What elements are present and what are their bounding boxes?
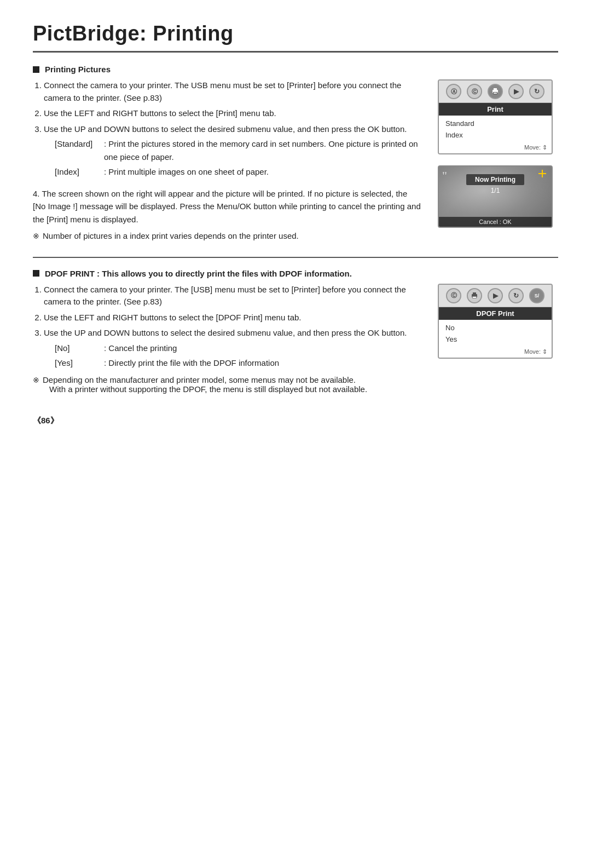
icon-auto: Ⓐ bbox=[446, 84, 461, 99]
icon-c: Ⓒ bbox=[467, 84, 482, 99]
note-text: Number of pictures in a index print vari… bbox=[43, 231, 299, 240]
section1-steps-list: Connect the camera to your printer. The … bbox=[33, 79, 421, 179]
section1-header: Printing Pictures bbox=[33, 65, 558, 74]
yes-label: [Yes] bbox=[55, 357, 104, 370]
standard-label: [Standard] bbox=[55, 137, 104, 164]
section-printing-pictures: Printing Pictures Connect the camera to … bbox=[33, 65, 558, 240]
section1-images-col: Ⓐ Ⓒ ▶ ↻ bbox=[438, 79, 558, 228]
now-printing-label: Now Printing bbox=[466, 174, 524, 185]
camera-icons-row: Ⓐ Ⓒ ▶ ↻ bbox=[439, 81, 552, 103]
section-divider bbox=[33, 257, 558, 258]
section-bullet bbox=[33, 66, 39, 73]
dpof-icon-s: S/ bbox=[529, 288, 544, 303]
page-number: 《86》 bbox=[33, 416, 558, 426]
svg-rect-7 bbox=[473, 297, 476, 298]
step1: Connect the camera to your printer. The … bbox=[44, 79, 421, 104]
fraction-text: 1/1 bbox=[491, 187, 500, 194]
dpof-step3: Use the UP and DOWN buttons to select th… bbox=[44, 327, 421, 370]
section2-note1: ※ Depending on the manufacturer and prin… bbox=[33, 375, 421, 394]
dpof-step2: Use the LEFT and RIGHT buttons to select… bbox=[44, 312, 421, 324]
dpof-menu-ui: Ⓒ ▶ ↻ S/ bbox=[438, 284, 553, 359]
print-menu-index: Index bbox=[445, 129, 545, 141]
section1-text-col: Connect the camera to your printer. The … bbox=[33, 79, 421, 240]
svg-rect-3 bbox=[494, 93, 497, 94]
standard-desc: : Print the pictures stored in the memor… bbox=[104, 137, 421, 164]
dpof-menu-title: DPOF Print bbox=[439, 307, 552, 320]
print-menu-title: Print bbox=[439, 103, 552, 116]
section1-note: ※ Number of pictures in a index print va… bbox=[33, 231, 421, 240]
now-printing-ui: " Now Printing 1/1 Cancel : OK bbox=[438, 165, 553, 228]
icon-play: ▶ bbox=[508, 84, 524, 99]
print-menu-standard: Standard bbox=[445, 118, 545, 129]
section2-text-col: Connect the camera to your printer. The … bbox=[33, 284, 421, 394]
section1-content-row: Connect the camera to your printer. The … bbox=[33, 79, 558, 240]
section2-steps-list: Connect the camera to your printer. The … bbox=[33, 284, 421, 370]
page-title: PictBridge: Printing bbox=[33, 22, 558, 53]
section-dpof-print: DPOF PRINT : This allows you to directly… bbox=[33, 269, 558, 394]
dpof-step3-indent: [No] : Cancel the printing [Yes] : Direc… bbox=[55, 342, 421, 370]
dpof-icon-print bbox=[467, 288, 482, 303]
dpof-menu-no: No bbox=[445, 322, 545, 334]
dpof-menu-list: No Yes bbox=[439, 320, 552, 347]
section2-content-row: Connect the camera to your printer. The … bbox=[33, 284, 558, 394]
note-symbol: ※ bbox=[33, 232, 39, 240]
icon-rotate: ↻ bbox=[529, 84, 544, 99]
step3: Use the UP and DOWN buttons to select th… bbox=[44, 123, 421, 179]
dpof-icon-rotate: ↻ bbox=[508, 288, 524, 303]
print-menu-ui: Ⓐ Ⓒ ▶ ↻ bbox=[438, 79, 553, 154]
step4-text: 4. The screen shown on the right will ap… bbox=[33, 187, 421, 226]
dpof-icon-c: Ⓒ bbox=[446, 288, 461, 303]
icon-print bbox=[488, 84, 503, 99]
print-move-label: Move: ⇕ bbox=[439, 143, 552, 153]
no-label: [No] bbox=[55, 342, 104, 355]
dpof-step1: Connect the camera to your printer. The … bbox=[44, 284, 421, 308]
svg-rect-1 bbox=[494, 88, 497, 90]
section2-bullet bbox=[33, 270, 39, 277]
section2-note-text1: Depending on the manufacturer and printe… bbox=[43, 375, 367, 384]
step2: Use the LEFT and RIGHT buttons to select… bbox=[44, 107, 421, 120]
dpof-move-label: Move: ⇕ bbox=[439, 347, 552, 358]
print-menu-list: Standard Index bbox=[439, 116, 552, 143]
photo-area: " Now Printing 1/1 Cancel : OK bbox=[439, 166, 552, 227]
svg-rect-5 bbox=[473, 292, 476, 295]
section2-note-text2: With a printer without supporting the DP… bbox=[49, 384, 367, 394]
quote-mark: " bbox=[442, 169, 447, 183]
dpof-icon-play: ▶ bbox=[488, 288, 503, 303]
cancel-ok-label: Cancel : OK bbox=[439, 217, 552, 227]
index-label: [Index] bbox=[55, 165, 104, 179]
section2-header: DPOF PRINT : This allows you to directly… bbox=[33, 269, 558, 278]
dpof-icons-row: Ⓒ ▶ ↻ S/ bbox=[439, 285, 552, 307]
section2-images-col: Ⓒ ▶ ↻ S/ bbox=[438, 284, 558, 359]
note2-symbol: ※ bbox=[33, 376, 39, 384]
no-desc: : Cancel the printing bbox=[104, 342, 177, 355]
yes-desc: : Directly print the file with the DPOF … bbox=[104, 357, 279, 370]
index-desc: : Print multiple images on one sheet of … bbox=[104, 165, 269, 179]
dpof-menu-yes: Yes bbox=[445, 334, 545, 345]
step3-indent: [Standard] : Print the pictures stored i… bbox=[55, 137, 421, 179]
cross-mark bbox=[538, 170, 546, 177]
